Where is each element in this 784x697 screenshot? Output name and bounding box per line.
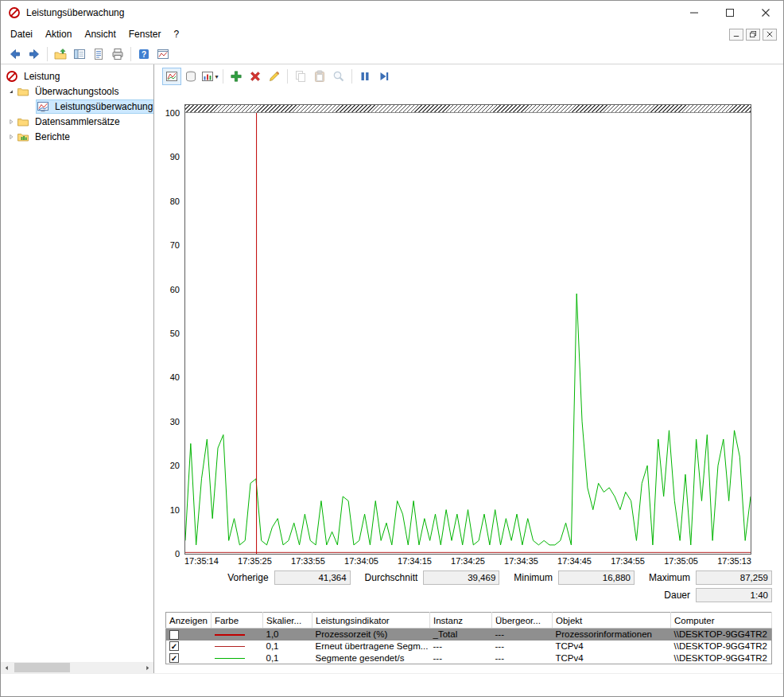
show-counter-checkbox[interactable]: ✓ bbox=[169, 653, 179, 663]
counter-color-line bbox=[215, 646, 245, 647]
delete-counter-button[interactable] bbox=[246, 68, 265, 85]
twisty-expanded-icon[interactable] bbox=[6, 85, 17, 98]
y-tick-label: 50 bbox=[170, 328, 180, 339]
y-tick-label: 90 bbox=[170, 151, 180, 162]
cell-counter: Segmente gesendet/s bbox=[312, 652, 430, 664]
mdi-close-button[interactable] bbox=[763, 29, 777, 41]
tree-item-label: Überwachungstools bbox=[33, 86, 121, 97]
help-button[interactable]: ? bbox=[134, 45, 153, 63]
forward-button[interactable] bbox=[25, 45, 44, 63]
cell-instance: --- bbox=[430, 652, 492, 664]
counter-row[interactable]: ✓0,1Segmente gesendet/s------TCPv4\\DESK… bbox=[166, 652, 772, 664]
scroll-track[interactable] bbox=[13, 662, 142, 673]
menu-hilfe[interactable]: ? bbox=[167, 26, 185, 42]
close-button[interactable] bbox=[747, 1, 783, 25]
show-console-tree-button[interactable] bbox=[70, 45, 89, 63]
highlight-button[interactable] bbox=[265, 68, 284, 85]
show-counter-checkbox[interactable]: ✓ bbox=[169, 641, 179, 651]
tree-item-datensammlersaetze[interactable]: Datensammlersätze bbox=[1, 114, 153, 129]
view-log-data-button[interactable] bbox=[181, 68, 200, 85]
print-button[interactable] bbox=[108, 45, 127, 63]
folder-icon bbox=[17, 115, 30, 128]
column-header-instanz[interactable]: Instanz bbox=[430, 613, 492, 629]
print-icon bbox=[111, 48, 124, 60]
freeze-display-button[interactable] bbox=[355, 68, 375, 85]
cell-show: ✓ bbox=[166, 641, 212, 652]
scroll-right-button[interactable] bbox=[142, 662, 153, 673]
chart-toolbar: ▾ bbox=[154, 64, 783, 88]
cell-color bbox=[212, 652, 263, 664]
minimize-icon bbox=[690, 9, 698, 17]
window-controls bbox=[676, 1, 783, 25]
show-counter-checkbox[interactable] bbox=[169, 630, 179, 640]
y-tick-label: 70 bbox=[170, 239, 180, 251]
console-tree-icon bbox=[73, 48, 86, 60]
y-tick-label: 40 bbox=[170, 372, 180, 383]
tree-item-ueberwachungstools[interactable]: Überwachungstools bbox=[1, 84, 153, 99]
twisty-collapsed-icon[interactable] bbox=[6, 115, 17, 128]
export-list-button[interactable] bbox=[89, 45, 108, 63]
cell-scale: 0,1 bbox=[263, 652, 312, 664]
tree-item-leistungsueberwachung[interactable]: Leistungsüberwachung bbox=[1, 99, 153, 114]
column-header-farbe[interactable]: Farbe bbox=[212, 613, 263, 629]
column-header-skalierung[interactable]: Skalier... bbox=[263, 613, 312, 629]
tree-horizontal-scrollbar[interactable] bbox=[1, 662, 153, 673]
copy-icon bbox=[294, 70, 307, 83]
column-header-uebergeordnet[interactable]: Übergeor... bbox=[492, 613, 553, 629]
change-graph-type-button[interactable]: ▾ bbox=[200, 68, 219, 85]
back-icon bbox=[9, 48, 21, 60]
mdi-restore-icon bbox=[750, 31, 756, 37]
column-header-leistungsindikator[interactable]: Leistungsindikator bbox=[312, 613, 430, 629]
cell-color bbox=[212, 629, 263, 641]
scroll-left-button[interactable] bbox=[1, 662, 13, 673]
menu-aktion[interactable]: Aktion bbox=[39, 26, 78, 42]
column-header-anzeigen[interactable]: Anzeigen bbox=[166, 613, 212, 629]
tree-item-body: Überwachungstools bbox=[17, 84, 153, 99]
y-tick-label: 100 bbox=[165, 107, 180, 119]
scroll-thumb[interactable] bbox=[14, 663, 70, 672]
tree-item-body: Datensammlersätze bbox=[17, 115, 153, 129]
view-current-activity-button[interactable] bbox=[162, 68, 181, 85]
stat-label-average: Durchschnitt bbox=[365, 572, 418, 583]
column-header-objekt[interactable]: Objekt bbox=[553, 613, 671, 629]
mdi-minimize-button[interactable] bbox=[729, 29, 743, 41]
menu-datei[interactable]: Datei bbox=[4, 26, 39, 42]
x-tick-label: 17:34:35 bbox=[504, 556, 538, 567]
minimize-button[interactable] bbox=[676, 1, 712, 25]
counter-row[interactable]: ✓0,1Erneut übertragene Segm...------TCPv… bbox=[166, 641, 772, 652]
content: LeistungÜberwachungstoolsLeistungsüberwa… bbox=[1, 64, 783, 673]
highlight-icon bbox=[268, 70, 281, 83]
scale-hatch bbox=[185, 105, 751, 113]
add-counter-button[interactable] bbox=[227, 68, 246, 85]
twisty-collapsed-icon[interactable] bbox=[6, 130, 17, 143]
y-tick-label: 0 bbox=[175, 548, 180, 559]
up-level-icon bbox=[54, 48, 67, 60]
chart-window-button[interactable] bbox=[153, 45, 173, 63]
tree-item-berichte[interactable]: Berichte bbox=[1, 129, 153, 144]
back-button[interactable] bbox=[6, 45, 25, 63]
chart-canvas bbox=[185, 113, 751, 554]
cell-object: Prozessorinformationen bbox=[553, 629, 671, 641]
copy-properties-button[interactable] bbox=[291, 68, 310, 85]
zoom-button[interactable] bbox=[329, 68, 348, 85]
folder-icon bbox=[17, 85, 30, 98]
maximize-button[interactable] bbox=[712, 1, 747, 25]
tree-item-label: Leistungsüberwachung bbox=[52, 101, 154, 112]
paste-counter-list-button[interactable] bbox=[310, 68, 329, 85]
stat-label-last: Vorherige bbox=[227, 572, 268, 583]
forward-icon bbox=[28, 48, 41, 60]
update-data-button[interactable] bbox=[375, 68, 394, 85]
column-header-computer[interactable]: Computer bbox=[671, 613, 772, 629]
toolbar-separator bbox=[287, 69, 288, 84]
counter-row[interactable]: 1,0Prozessorzeit (%)_Total---Prozessorin… bbox=[166, 629, 772, 641]
up-level-button[interactable] bbox=[51, 45, 70, 63]
console-tree: LeistungÜberwachungstoolsLeistungsüberwa… bbox=[1, 68, 153, 144]
mdi-restore-button[interactable] bbox=[746, 29, 760, 41]
add-icon bbox=[230, 70, 243, 83]
x-tick-label: 17:35:05 bbox=[664, 556, 698, 567]
tree-item-leistung[interactable]: Leistung bbox=[1, 68, 153, 84]
menu-ansicht[interactable]: Ansicht bbox=[78, 26, 122, 42]
cell-scale: 1,0 bbox=[263, 629, 312, 641]
toolbar-separator bbox=[47, 47, 48, 61]
menu-fenster[interactable]: Fenster bbox=[122, 26, 168, 42]
